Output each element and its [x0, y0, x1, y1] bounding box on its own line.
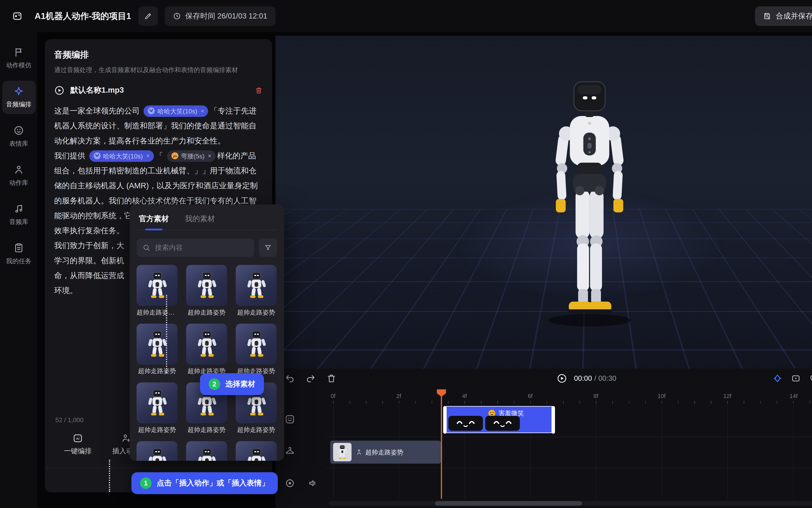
material-thumbnail: [236, 265, 277, 306]
step-number-badge: 2: [209, 378, 220, 390]
tag-label: 弯腰(5s): [181, 149, 204, 163]
zoom-out-button[interactable]: [809, 373, 812, 383]
audio-file-row: 默认名称1.mp3: [54, 85, 263, 95]
undo-button[interactable]: [285, 373, 295, 383]
one-click-arrange-label: 一键编排: [64, 446, 92, 456]
sidebar-item-audio-arrange[interactable]: 音频编排: [2, 81, 35, 114]
ruler-label: 14f: [789, 393, 798, 399]
action-clip-label: 超帅走路姿势: [365, 448, 403, 456]
robot-model[interactable]: [512, 61, 667, 331]
text-run: 我们提供: [54, 151, 87, 160]
tab-official-materials[interactable]: 官方素材: [139, 214, 169, 224]
redo-icon: [306, 373, 316, 383]
redo-button[interactable]: [306, 373, 316, 383]
preview-toggle-button[interactable]: [791, 373, 801, 383]
material-card[interactable]: 超帅走路姿势: [136, 324, 177, 375]
timeline: 0f 2f 4f 6f 8f 10f 12f 14f 16f 超帅走路姿势 害羞…: [276, 388, 812, 508]
ruler-label: 8f: [594, 393, 598, 399]
audio-play-button[interactable]: [54, 85, 65, 95]
tab-my-materials[interactable]: 我的素材: [185, 214, 215, 224]
step-number-badge: 1: [140, 477, 152, 489]
delete-audio-button[interactable]: [255, 86, 263, 94]
flag-icon: [13, 47, 24, 57]
action-clip-thumbnail: [333, 443, 352, 461]
mute-audio-button[interactable]: [308, 478, 318, 489]
material-card[interactable]: 超帅走路姿势: [186, 324, 227, 375]
trash-icon: [255, 86, 263, 94]
material-card[interactable]: 超帅走路姿势: [186, 265, 227, 316]
edit-title-button[interactable]: [138, 6, 158, 26]
timeline-scrollbar[interactable]: [329, 501, 812, 506]
laugh-emoji-icon: [148, 108, 155, 115]
timeline-scrollbar-thumb[interactable]: [435, 501, 582, 506]
filter-button[interactable]: [259, 239, 277, 257]
ruler-label: 4f: [462, 393, 467, 399]
save-time-label: 保存时间 26/01/03 12:01: [185, 11, 267, 21]
expression-track-button[interactable]: [285, 414, 295, 424]
insert-keyframe-button[interactable]: [772, 373, 783, 383]
bend-emoji-icon: [171, 152, 179, 160]
tag-close-icon[interactable]: ×: [201, 104, 204, 119]
keyframe-diamond-icon: [772, 373, 783, 383]
material-card[interactable]: 超帅走路姿势: [236, 324, 277, 375]
clip-resize-handle-right[interactable]: [552, 406, 555, 433]
playback-bar: 00:00/ 00:30: [276, 369, 812, 388]
synthesize-save-button[interactable]: 合成并保存: [755, 6, 812, 26]
material-card[interactable]: [136, 441, 177, 461]
synthesize-save-label: 合成并保存: [776, 11, 812, 21]
material-thumbnail: [186, 324, 227, 365]
save-time: 保存时间 26/01/03 12:01: [164, 6, 276, 26]
audio-file-name: 默认名称1.mp3: [70, 85, 124, 95]
onboarding-connector: [109, 460, 110, 492]
material-card[interactable]: [236, 441, 277, 461]
pencil-icon: [144, 12, 152, 20]
action-track-button[interactable]: [285, 446, 295, 457]
one-click-arrange-button[interactable]: AI 一键编排: [60, 433, 96, 456]
action-tag-bend[interactable]: 弯腰(5s)×: [167, 150, 215, 162]
app: A1机器人动作-我的项目1 保存时间 26/01/03 12:01 合成并保存 …: [0, 0, 812, 508]
material-label: 超帅走路姿势...: [136, 308, 177, 317]
material-card[interactable]: 超帅走路姿势: [136, 382, 177, 434]
char-count: 52 / 1,000: [55, 417, 84, 423]
sidebar-item-action-library[interactable]: 动作库: [2, 159, 35, 192]
material-card[interactable]: [186, 441, 227, 461]
tag-label: 哈哈大笑(10s): [103, 149, 143, 163]
material-search-input[interactable]: [155, 244, 248, 252]
record-icon: [285, 478, 295, 489]
ai-box-icon: AI: [73, 433, 83, 443]
ruler-label: 6f: [528, 393, 533, 399]
sidebar-item-label: 动作库: [9, 178, 28, 187]
clock-icon: [173, 12, 181, 20]
sidebar-item-motion-imitation[interactable]: 动作模仿: [2, 41, 35, 75]
record-audio-button[interactable]: [285, 478, 295, 489]
step-text: 选择素材: [226, 379, 255, 389]
material-label: 超帅走路姿势: [236, 426, 277, 434]
ruler-label: 12f: [723, 393, 731, 399]
tag-label: 哈哈大笑(10s): [158, 104, 197, 119]
funnel-icon: [264, 244, 272, 252]
emotion-tag-laugh[interactable]: 哈哈大笑(10s)×: [144, 105, 208, 117]
sidebar-item-audio-library[interactable]: 音频库: [2, 198, 35, 231]
play-button[interactable]: [557, 373, 567, 383]
material-card[interactable]: 超帅走路姿势: [236, 265, 277, 316]
viewport-3d[interactable]: Y Z: [276, 36, 812, 369]
material-search[interactable]: [136, 239, 254, 257]
tag-close-icon[interactable]: ×: [146, 149, 150, 163]
material-label: 超帅走路姿势: [186, 308, 227, 317]
sidebar-item-expression-library[interactable]: 表情库: [2, 120, 35, 153]
text-run: 「: [155, 151, 165, 160]
delete-clip-button[interactable]: [326, 373, 337, 383]
emotion-tag-laugh[interactable]: 哈哈大笑(10s)×: [89, 150, 154, 162]
expression-clip[interactable]: 害羞微笑: [444, 406, 554, 433]
sidebar-item-my-tasks[interactable]: 我的任务: [2, 237, 35, 271]
ruler-ticks: [333, 401, 812, 404]
material-card[interactable]: 超帅走路姿势...: [136, 265, 177, 316]
trash-icon: [326, 373, 337, 383]
clip-resize-handle-left[interactable]: [443, 406, 447, 433]
speaker-icon: [308, 478, 318, 489]
tag-close-icon[interactable]: ×: [208, 149, 211, 163]
action-clip[interactable]: 超帅走路姿势: [330, 441, 441, 464]
sidebar-item-label: 音频编排: [6, 100, 31, 109]
material-thumbnail: [186, 265, 227, 306]
expression-frame-thumbnail: [485, 416, 520, 431]
